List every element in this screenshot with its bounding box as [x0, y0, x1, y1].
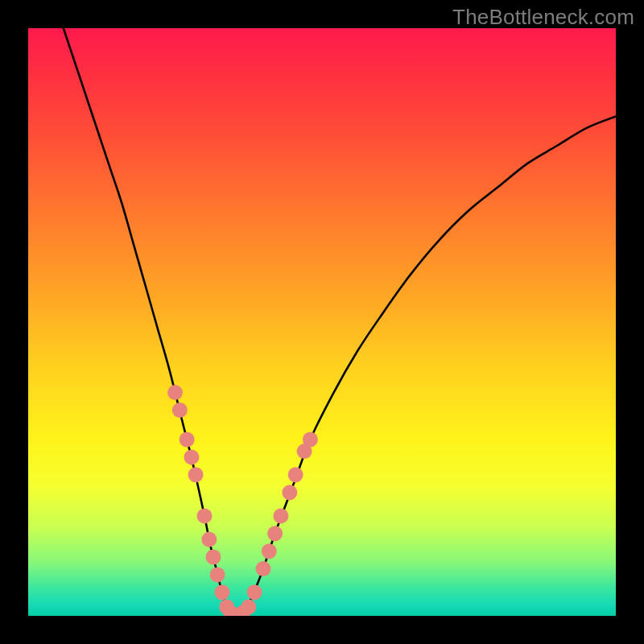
highlight-dot: [180, 432, 195, 448]
bottleneck-curve: [64, 28, 616, 616]
highlight-dot: [303, 432, 318, 448]
highlight-dot: [214, 584, 229, 600]
watermark-text: TheBottleneck.com: [452, 5, 634, 30]
highlight-dot: [262, 543, 277, 559]
highlight-dot: [241, 600, 256, 615]
chart-svg: [28, 28, 616, 616]
plot-area: [28, 28, 616, 616]
highlight-dot: [188, 467, 204, 482]
highlight-dot: [197, 508, 213, 523]
highlight-dot: [205, 550, 221, 565]
highlight-dots: [167, 385, 318, 616]
highlight-dot: [282, 485, 297, 500]
highlight-dot: [267, 526, 283, 541]
highlight-dot: [273, 508, 288, 523]
highlight-dot: [247, 584, 262, 600]
highlight-dot: [172, 402, 188, 418]
highlight-dot: [201, 532, 217, 547]
highlight-dot: [167, 385, 183, 400]
highlight-dot: [256, 561, 271, 576]
highlight-dot: [210, 567, 225, 582]
highlight-dot: [288, 467, 303, 482]
chart-frame: TheBottleneck.com: [0, 0, 644, 644]
highlight-dot: [184, 449, 199, 464]
